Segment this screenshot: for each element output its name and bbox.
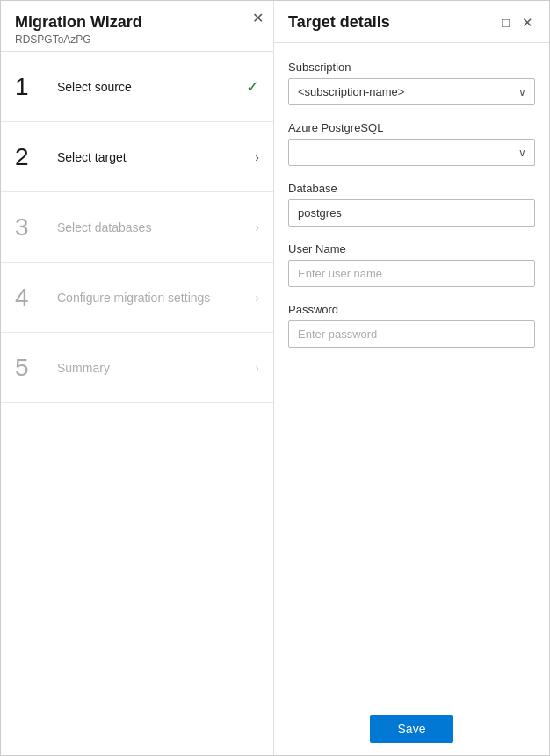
step-label-4: Configure migration settings <box>47 291 255 305</box>
step-item-4: 4 Configure migration settings › <box>1 263 273 333</box>
step-item-2[interactable]: 2 Select target › <box>1 122 273 192</box>
right-header-actions: □ ✕ <box>500 14 535 31</box>
azure-postgresql-select[interactable] <box>288 139 535 166</box>
step-number-3: 3 <box>15 215 47 240</box>
password-label: Password <box>288 303 535 316</box>
left-header: Migration Wizard RDSPGToAzPG ✕ <box>1 1 273 52</box>
azure-postgresql-field-group: Azure PostgreSQL <box>288 121 535 166</box>
step-list: 1 Select source ✓ 2 Select target › 3 Se… <box>1 52 273 755</box>
right-panel-title: Target details <box>288 13 390 32</box>
checkmark-icon-1: ✓ <box>246 77 259 97</box>
step-label-2: Select target <box>47 150 255 164</box>
right-footer: Save <box>274 702 549 755</box>
right-panel: Target details □ ✕ Subscription <subscri… <box>274 1 549 755</box>
close-icon: ✕ <box>522 15 533 30</box>
close-icon: ✕ <box>252 11 264 25</box>
step-number-5: 5 <box>15 356 47 380</box>
wizard-subtitle: RDSPGToAzPG <box>15 33 259 46</box>
step-item-3: 3 Select databases › <box>1 192 273 263</box>
username-label: User Name <box>288 242 535 256</box>
password-field-group: Password <box>288 303 535 348</box>
step-item-5: 5 Summary › <box>1 333 273 403</box>
chevron-right-icon-5: › <box>255 361 259 375</box>
subscription-label: Subscription <box>288 61 535 74</box>
step-number-2: 2 <box>15 145 47 169</box>
password-input[interactable] <box>288 320 535 348</box>
database-label: Database <box>288 182 535 195</box>
step-item-1[interactable]: 1 Select source ✓ <box>1 52 273 122</box>
username-field-group: User Name <box>288 242 535 287</box>
subscription-field-group: Subscription <subscription-name> <box>288 61 535 105</box>
subscription-select[interactable]: <subscription-name> <box>288 78 535 105</box>
step-label-3: Select databases <box>47 220 255 234</box>
azure-postgresql-select-wrapper <box>288 139 535 166</box>
subscription-select-wrapper: <subscription-name> <box>288 78 535 105</box>
azure-postgresql-label: Azure PostgreSQL <box>288 121 535 134</box>
maximize-icon: □ <box>502 15 510 30</box>
maximize-button[interactable]: □ <box>500 14 511 31</box>
step-label-1: Select source <box>47 80 246 94</box>
chevron-right-icon-2: › <box>255 150 259 164</box>
step-number-4: 4 <box>15 285 47 310</box>
wizard-container: Migration Wizard RDSPGToAzPG ✕ 1 Select … <box>0 0 550 756</box>
step-number-1: 1 <box>15 75 47 99</box>
username-input[interactable] <box>288 260 535 287</box>
right-close-button[interactable]: ✕ <box>520 14 535 31</box>
left-close-button[interactable]: ✕ <box>252 11 264 25</box>
save-button[interactable]: Save <box>370 715 454 743</box>
chevron-right-icon-3: › <box>255 220 259 234</box>
left-panel: Migration Wizard RDSPGToAzPG ✕ 1 Select … <box>1 1 274 755</box>
right-content: Subscription <subscription-name> Azure P… <box>274 43 549 702</box>
wizard-title: Migration Wizard <box>15 13 259 32</box>
chevron-right-icon-4: › <box>255 291 259 305</box>
database-input[interactable] <box>288 199 535 227</box>
step-label-5: Summary <box>47 361 255 375</box>
right-header: Target details □ ✕ <box>274 1 549 43</box>
database-field-group: Database <box>288 182 535 227</box>
